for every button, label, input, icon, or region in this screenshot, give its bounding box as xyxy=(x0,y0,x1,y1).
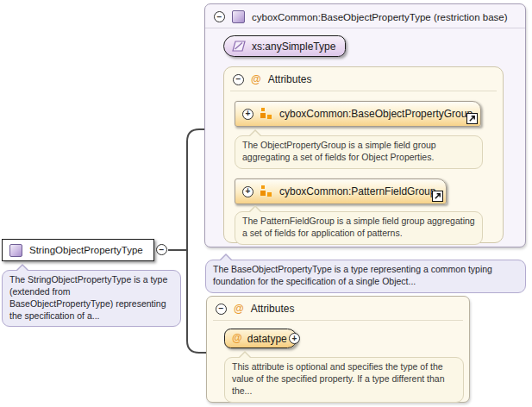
jump-to-definition-icon[interactable] xyxy=(432,191,443,202)
attributes-panel: − @ Attributes @ datatype + This attribu… xyxy=(206,296,470,403)
type-label: StringObjectPropertyType xyxy=(29,245,143,255)
base-type-panel: − cyboxCommon:BaseObjectPropertyType (re… xyxy=(204,3,526,247)
attribute-group-icon xyxy=(260,185,272,197)
attributes-header-label: Attributes xyxy=(251,303,295,315)
divider xyxy=(213,320,463,321)
attribute-description-tooltip: This attribute is optional and specifies… xyxy=(224,357,464,403)
attribute-group-base-object-property-group[interactable]: + cyboxCommon:BaseObjectPropertyGroup xyxy=(235,101,481,127)
attribute-group-icon xyxy=(260,108,272,120)
group-label: cyboxCommon:BaseObjectPropertyGroup xyxy=(279,108,473,120)
attribute-icon: @ xyxy=(232,333,242,344)
group-description-tooltip: The PatternFieldGroup is a simple field … xyxy=(235,211,483,245)
attribute-icon: @ xyxy=(234,304,244,315)
string-object-property-type-node[interactable]: StringObjectPropertyType xyxy=(2,239,154,261)
attribute-icon: @ xyxy=(251,74,261,85)
collapse-toggle[interactable]: − xyxy=(214,11,225,22)
base-type-description-tooltip: The BaseObjectPropertyType is a type rep… xyxy=(205,260,526,293)
xsd-diagram-canvas: { "icons": { "collapse": "−", "expand": … xyxy=(0,0,532,407)
expand-toggle[interactable]: + xyxy=(242,186,253,197)
attribute-group-pattern-field-group[interactable]: + cyboxCommon:PatternFieldGroup xyxy=(235,178,447,204)
divider xyxy=(230,91,497,91)
attributes-header: − @ Attributes xyxy=(216,303,294,315)
expand-toggle[interactable]: + xyxy=(289,333,300,344)
divider xyxy=(205,28,525,28)
collapse-toggle[interactable]: − xyxy=(233,74,244,85)
complex-type-icon xyxy=(9,244,22,257)
attributes-header-label: Attributes xyxy=(268,73,312,85)
group-description-tooltip: The ObjectPropertyGroup is a simple fiel… xyxy=(235,135,483,169)
attributes-section: − @ Attributes + cyboxCommon:BaseObjectP… xyxy=(223,66,504,243)
jump-to-definition-icon[interactable] xyxy=(466,113,478,124)
collapse-toggle[interactable]: − xyxy=(156,244,167,255)
simple-type-label: xs:anySimpleType xyxy=(252,41,335,53)
base-type-title: cyboxCommon:BaseObjectPropertyType (rest… xyxy=(252,12,508,22)
base-type-panel-header: − cyboxCommon:BaseObjectPropertyType (re… xyxy=(214,10,508,23)
simple-type-icon xyxy=(232,41,246,52)
complex-type-icon xyxy=(232,10,245,23)
attributes-header: − @ Attributes xyxy=(233,73,311,85)
attribute-name: datatype xyxy=(247,333,287,345)
group-label: cyboxCommon:PatternFieldGroup xyxy=(279,185,435,197)
attribute-datatype-node[interactable]: @ datatype xyxy=(224,329,297,348)
type-description-tooltip: The StringObjectPropertyType is a type (… xyxy=(2,270,181,327)
any-simple-type-node[interactable]: xs:anySimpleType xyxy=(223,35,346,57)
collapse-toggle[interactable]: − xyxy=(216,304,227,315)
expand-toggle[interactable]: + xyxy=(242,109,253,120)
